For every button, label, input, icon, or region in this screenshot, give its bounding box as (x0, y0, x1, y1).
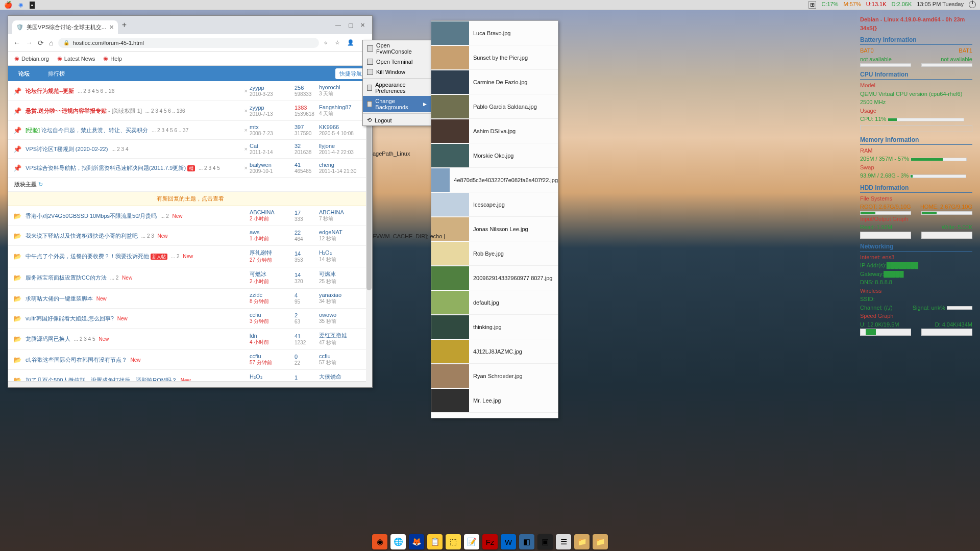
thread-row[interactable]: 📂龙腾源码网已换人 ... 2 3 4 5 Newldn4 小时前411232翌… (8, 329, 372, 350)
col-author[interactable]: ABCHINA2 小时前 (250, 209, 295, 222)
thread-title[interactable]: VPS讨论区T楼规则 (2020-02-22) ... 2 3 4 (26, 145, 244, 153)
quick-nav[interactable]: 快捷导航 (335, 68, 366, 79)
col-last[interactable]: 可燃冰25 秒前 (319, 270, 367, 285)
apple-icon[interactable]: 🍎 (4, 1, 12, 9)
dock-ubuntu[interactable]: ◉ (372, 534, 387, 549)
close-icon[interactable]: ✕ (360, 22, 365, 29)
tray-icon[interactable]: ⊞ (808, 1, 816, 9)
bg-option[interactable]: default.jpg (431, 290, 558, 315)
bg-option[interactable]: Mr. Lee.jpg (431, 388, 558, 413)
col-last[interactable]: cheng2011-1-14 21:30 (319, 162, 367, 174)
bg-option[interactable]: Luca Bravo.jpg (431, 21, 558, 45)
dock-chrome[interactable]: 🌐 (390, 534, 406, 549)
thread-row[interactable]: 📂我来说下驿站以及快递柜跟快递小哥的利益吧 ... 2 3 Newaws1 小时… (8, 226, 372, 246)
col-last[interactable]: ccfiu57 秒前 (319, 353, 367, 366)
thread-close-icon[interactable]: × (244, 108, 248, 114)
ctx-backgrounds[interactable]: Change Backgrounds▶ (363, 96, 431, 112)
tab-close-icon[interactable]: ✕ (109, 24, 114, 31)
thread-row[interactable]: 📂中午点了个外卖，送餐的要收费？！我要投诉死他 新人帖 ... 2 New厚礼谢… (8, 246, 372, 267)
bookmark-help[interactable]: ◉Help (103, 55, 122, 62)
thread-row[interactable]: 📌论坛行为规范--更新 ... 2 3 4 5 6 .. 26×zyypp201… (8, 81, 372, 101)
bg-option[interactable]: 4J12LJ8JAZMC.jpg (431, 339, 558, 364)
dock-app9[interactable]: ◧ (519, 534, 534, 549)
bg-option[interactable]: Carmine De Fazio.jpg (431, 70, 558, 94)
col-author[interactable]: mtx2008-7-23 (250, 124, 295, 136)
url-bar[interactable]: 🔒 hostloc.com/forum-45-1.html (58, 38, 319, 48)
bg-option[interactable]: 200962914332960977 8027.jpg (431, 266, 558, 290)
dock-folder[interactable]: 📁 (574, 534, 590, 549)
app-icon-1[interactable]: ◉ (18, 2, 23, 8)
thread-title[interactable]: 龙腾源码网已换人 ... 2 3 4 5 New (26, 335, 250, 343)
dock-folder2[interactable]: 📁 (593, 534, 608, 549)
thread-row[interactable]: 📌[经验] 论坛自今日起，禁止悬赏、转让、买卖积分 ... 2 3 4 5 6 … (8, 121, 372, 140)
col-author[interactable]: ccfiu57 分钟前 (250, 353, 295, 366)
col-last[interactable]: H₂O₂14 秒前 (319, 249, 367, 263)
col-author[interactable]: aws1 小时前 (250, 229, 295, 242)
bg-option[interactable]: thinking.jpg (431, 315, 558, 339)
bg-option[interactable]: Ashim DSilva.jpg (431, 119, 558, 143)
col-last[interactable]: llyjone2011-4-2 22:03 (319, 143, 367, 155)
power-icon[interactable] (969, 1, 976, 8)
bookmark-debian[interactable]: ◉Debian.org (14, 55, 49, 62)
thread-close-icon[interactable]: × (244, 127, 248, 133)
thread-row[interactable]: 📂cf,谷歌这些国际公司在韩国有没有节点？ Newccfiu57 分钟前022c… (8, 350, 372, 370)
dock-notes[interactable]: 📋 (427, 534, 443, 549)
bg-option[interactable]: Ryan Schroeder.jpg (431, 364, 558, 388)
notice-row[interactable]: 有新回复的主题，点击查看 (8, 192, 372, 206)
ctx-appearance[interactable]: Appearance Preferences (363, 80, 431, 96)
ctx-kill[interactable]: Kill Window (363, 67, 431, 77)
thread-row[interactable]: 📂服务器宝塔面板设置防CC的方法 ... 2 New可燃冰2 小时前14320可… (8, 267, 372, 289)
col-last[interactable]: yanaxiao34 秒前 (319, 292, 367, 305)
tab-ranking[interactable]: 排行榜 (44, 67, 69, 80)
dock-terminal[interactable]: ▣ (537, 534, 553, 549)
col-author[interactable]: ldn4 小时前 (250, 333, 295, 346)
thread-title[interactable]: 我来说下驿站以及快递柜跟快递小哥的利益吧 ... 2 3 New (26, 232, 250, 240)
thread-row[interactable]: 📂求萌咕大佬的一键重装脚本 Newzzidc8 分钟前495yanaxiao34… (8, 289, 372, 309)
new-tab-button[interactable]: + (118, 18, 131, 32)
ctx-terminal[interactable]: Open Terminal (363, 57, 431, 67)
back-button[interactable]: ← (13, 39, 20, 47)
dock-app5[interactable]: ⬚ (446, 534, 461, 549)
thread-row[interactable]: 📂vultr韩国好像能看大姐姐.怎么回事? Newccfiu3 分钟前263ow… (8, 309, 372, 329)
dock-filezilla[interactable]: Fz (482, 534, 498, 549)
col-last[interactable]: hyorochi3 天前 (319, 84, 367, 97)
maximize-icon[interactable]: ▢ (348, 22, 353, 29)
col-last[interactable]: KK99662020-5-4 10:08 (319, 124, 367, 136)
col-last[interactable]: Fangshing874 天前 (319, 104, 367, 117)
bg-option[interactable]: Morskie Oko.jpg (431, 143, 558, 168)
thread-title[interactable]: 求萌咕大佬的一键重装脚本 New (26, 295, 250, 303)
thread-title[interactable]: 悬赏.送分啦~~违规内容举报专贴 - [阅读权限 1] ... 2 3 4 5 … (26, 107, 244, 115)
thread-title[interactable]: VPS综合资料导航帖，找到所需资料迅速解决问题(2011.7.9更新) 精 ..… (26, 164, 244, 172)
thread-row[interactable]: 📂香港小鸡2V4G50GBSSD 10Mbps不限流量50/月贵吗 ... 2 … (8, 206, 372, 226)
thread-title[interactable]: 论坛行为规范--更新 ... 2 3 4 5 6 .. 26 (26, 87, 244, 95)
bg-option[interactable]: Jonas Nilsson Lee.jpg (431, 217, 558, 241)
col-author[interactable]: Cat2011-2-14 (250, 143, 295, 155)
thread-close-icon[interactable]: × (244, 88, 248, 94)
bg-option[interactable]: 4e870d5c3e403220f7e082fa6a407f22.jpg (431, 168, 558, 192)
dock-app8[interactable]: W (501, 534, 516, 549)
bg-option[interactable]: Rob Bye.jpg (431, 241, 558, 266)
thread-title[interactable]: cf,谷歌这些国际公司在韩国有没有节点？ New (26, 356, 250, 364)
forward-button[interactable]: → (26, 39, 33, 47)
col-last[interactable]: 翌红互撸娃47 秒前 (319, 332, 367, 346)
col-author[interactable]: ccfiu3 分钟前 (250, 312, 295, 325)
profile-icon[interactable]: 👤 (347, 39, 354, 46)
dock-app11[interactable]: ☰ (556, 534, 571, 549)
app-icon-2[interactable]: ▪ (30, 2, 35, 9)
browser-tab[interactable]: 🛡️ 美国VPS综合讨论-全球主机交... ✕ (12, 20, 118, 34)
col-author[interactable]: zyypp2010-3-23 (250, 85, 295, 97)
col-author[interactable]: 可燃冰2 小时前 (250, 270, 295, 285)
translate-icon[interactable]: ⟐ (324, 39, 328, 46)
bg-option[interactable]: Icescape.jpg (431, 192, 558, 217)
tab-forum[interactable]: 论坛 (14, 67, 34, 80)
col-last[interactable]: edgeNAT12 秒前 (319, 229, 367, 242)
bg-more[interactable]: More... (431, 413, 558, 418)
bookmark-news[interactable]: ◉Latest News (57, 55, 95, 62)
home-button[interactable]: ⌂ (49, 39, 53, 47)
browser-titlebar[interactable]: 🛡️ 美国VPS综合讨论-全球主机交... ✕ + — ▢ ✕ (8, 16, 372, 34)
dock-app3[interactable]: 🦊 (409, 534, 424, 549)
thread-list[interactable]: 📌论坛行为规范--更新 ... 2 3 4 5 6 .. 26×zyypp201… (8, 81, 372, 387)
reload-button[interactable]: ⟳ (38, 39, 44, 47)
thread-close-icon[interactable]: × (244, 146, 248, 152)
col-author[interactable]: zyypp2010-7-13 (250, 105, 295, 117)
